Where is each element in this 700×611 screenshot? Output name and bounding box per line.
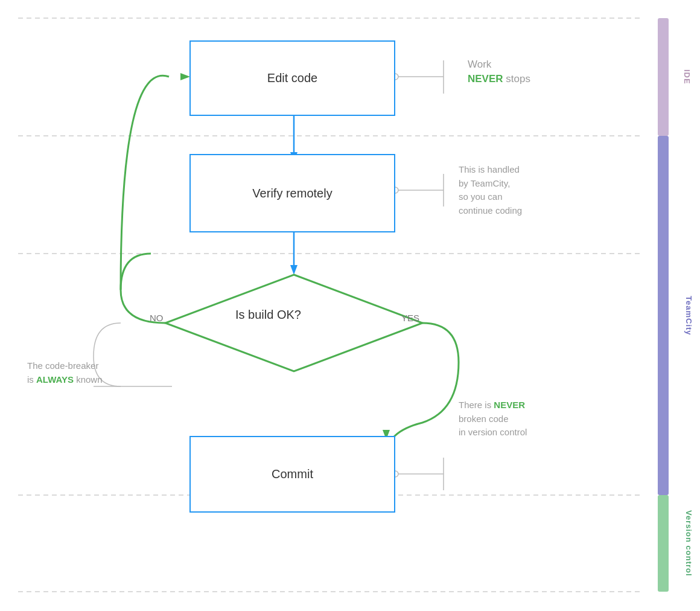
verify-remotely-box: Verify remotely	[189, 154, 395, 232]
always-highlight: ALWAYS	[36, 374, 74, 385]
verify-remotely-label: Verify remotely	[252, 187, 332, 200]
annotation-teamcity: This is handledby TeamCity,so you cancon…	[459, 163, 522, 217]
version-control-label: Version control	[680, 495, 697, 592]
never-highlight-1: NEVER	[468, 73, 503, 85]
svg-marker-15	[180, 73, 190, 80]
svg-rect-7	[658, 495, 669, 592]
yes-label: YES	[401, 313, 419, 323]
svg-rect-5	[658, 18, 669, 136]
commit-label: Commit	[272, 467, 313, 481]
svg-rect-6	[658, 136, 669, 495]
commit-box: Commit	[189, 436, 395, 513]
teamcity-label: TeamCity	[680, 136, 697, 495]
svg-marker-11	[290, 265, 298, 275]
no-label: NO	[150, 313, 164, 323]
svg-marker-12	[165, 275, 422, 371]
diagram: Edit code Verify remotely Commit Is buil…	[0, 0, 700, 611]
annotation-never-broken: There is NEVER broken codein version con…	[459, 398, 527, 440]
diamond-label: Is build OK?	[235, 308, 301, 322]
edit-code-box: Edit code	[189, 40, 395, 116]
annotation-work-never-stops: Work NEVER stops	[468, 57, 530, 86]
never-highlight-2: NEVER	[494, 400, 525, 410]
ide-label: IDE	[678, 18, 695, 136]
annotation-code-breaker: The code-breaker is ALWAYS known	[27, 359, 103, 386]
edit-code-label: Edit code	[267, 71, 317, 85]
